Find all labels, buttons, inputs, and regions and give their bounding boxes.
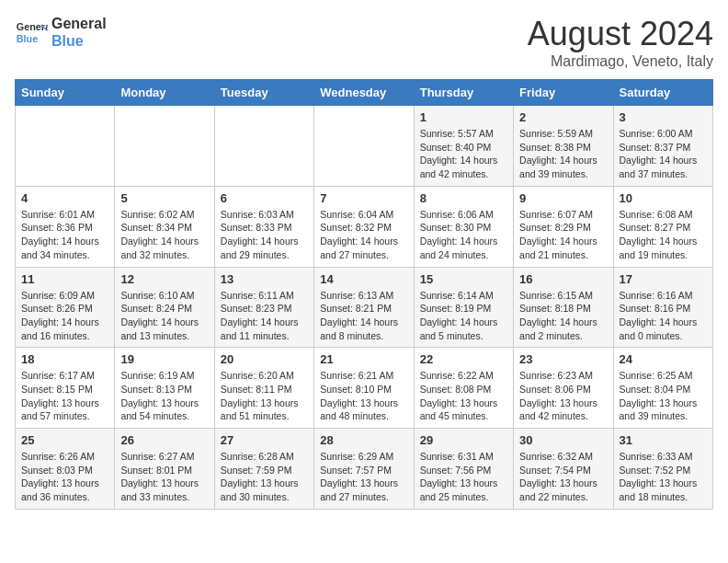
day-info: Sunrise: 5:57 AM Sunset: 8:40 PM Dayligh… (420, 127, 507, 181)
day-info: Sunrise: 6:04 AM Sunset: 8:32 PM Dayligh… (320, 208, 407, 262)
calendar-cell: 8Sunrise: 6:06 AM Sunset: 8:30 PM Daylig… (414, 186, 513, 267)
calendar-week-row: 25Sunrise: 6:26 AM Sunset: 8:03 PM Dayli… (16, 429, 713, 510)
day-info: Sunrise: 6:08 AM Sunset: 8:27 PM Dayligh… (620, 208, 707, 262)
calendar-cell: 11Sunrise: 6:09 AM Sunset: 8:26 PM Dayli… (16, 267, 115, 348)
calendar-cell: 31Sunrise: 6:33 AM Sunset: 7:52 PM Dayli… (613, 429, 712, 510)
day-header-saturday: Saturday (613, 80, 712, 106)
day-info: Sunrise: 6:33 AM Sunset: 7:52 PM Dayligh… (620, 450, 707, 504)
calendar-cell: 26Sunrise: 6:27 AM Sunset: 8:01 PM Dayli… (115, 429, 214, 510)
calendar-cell: 9Sunrise: 6:07 AM Sunset: 8:29 PM Daylig… (514, 186, 613, 267)
calendar-cell: 5Sunrise: 6:02 AM Sunset: 8:34 PM Daylig… (115, 186, 214, 267)
calendar-title: August 2024 (528, 15, 713, 53)
calendar-cell: 18Sunrise: 6:17 AM Sunset: 8:15 PM Dayli… (16, 348, 115, 429)
calendar-cell: 4Sunrise: 6:01 AM Sunset: 8:36 PM Daylig… (16, 186, 115, 267)
day-header-friday: Friday (514, 80, 613, 106)
calendar-cell: 10Sunrise: 6:08 AM Sunset: 8:27 PM Dayli… (613, 186, 712, 267)
day-info: Sunrise: 6:25 AM Sunset: 8:04 PM Dayligh… (620, 369, 707, 423)
day-number: 31 (620, 433, 707, 447)
calendar-cell: 13Sunrise: 6:11 AM Sunset: 8:23 PM Dayli… (214, 267, 313, 348)
day-number: 6 (221, 191, 308, 205)
day-header-tuesday: Tuesday (214, 80, 313, 106)
calendar-week-row: 11Sunrise: 6:09 AM Sunset: 8:26 PM Dayli… (16, 267, 713, 348)
day-info: Sunrise: 6:27 AM Sunset: 8:01 PM Dayligh… (120, 450, 208, 504)
day-number: 18 (21, 352, 108, 366)
calendar-week-row: 18Sunrise: 6:17 AM Sunset: 8:15 PM Dayli… (16, 348, 713, 429)
day-number: 7 (320, 191, 407, 205)
day-number: 13 (221, 272, 308, 286)
day-info: Sunrise: 6:29 AM Sunset: 7:57 PM Dayligh… (320, 450, 407, 504)
calendar-cell: 7Sunrise: 6:04 AM Sunset: 8:32 PM Daylig… (314, 186, 414, 267)
day-number: 9 (519, 191, 607, 205)
day-header-thursday: Thursday (414, 80, 513, 106)
day-number: 15 (420, 272, 507, 286)
day-number: 25 (21, 433, 108, 447)
day-number: 4 (21, 191, 108, 205)
day-number: 17 (620, 272, 707, 286)
day-info: Sunrise: 6:16 AM Sunset: 8:16 PM Dayligh… (620, 289, 707, 343)
day-info: Sunrise: 6:19 AM Sunset: 8:13 PM Dayligh… (120, 369, 208, 423)
day-info: Sunrise: 6:22 AM Sunset: 8:08 PM Dayligh… (420, 369, 507, 423)
logo-line1: General (51, 15, 107, 32)
logo-icon: General Blue (15, 16, 48, 49)
day-info: Sunrise: 6:06 AM Sunset: 8:30 PM Dayligh… (420, 208, 507, 262)
day-info: Sunrise: 6:10 AM Sunset: 8:24 PM Dayligh… (120, 289, 208, 343)
svg-text:Blue: Blue (17, 33, 38, 44)
calendar-cell: 15Sunrise: 6:14 AM Sunset: 8:19 PM Dayli… (414, 267, 513, 348)
title-block: August 2024 Mardimago, Veneto, Italy (528, 15, 713, 70)
calendar-cell: 27Sunrise: 6:28 AM Sunset: 7:59 PM Dayli… (214, 429, 313, 510)
calendar-cell: 24Sunrise: 6:25 AM Sunset: 8:04 PM Dayli… (613, 348, 712, 429)
day-info: Sunrise: 6:11 AM Sunset: 8:23 PM Dayligh… (221, 289, 308, 343)
calendar-cell (16, 106, 115, 187)
day-number: 8 (420, 191, 507, 205)
day-number: 30 (519, 433, 607, 447)
calendar-cell: 12Sunrise: 6:10 AM Sunset: 8:24 PM Dayli… (115, 267, 214, 348)
day-number: 12 (120, 272, 208, 286)
day-number: 10 (620, 191, 707, 205)
day-info: Sunrise: 6:14 AM Sunset: 8:19 PM Dayligh… (420, 289, 507, 343)
day-number: 1 (420, 110, 507, 124)
day-number: 14 (320, 272, 407, 286)
day-info: Sunrise: 6:02 AM Sunset: 8:34 PM Dayligh… (120, 208, 208, 262)
day-info: Sunrise: 6:00 AM Sunset: 8:37 PM Dayligh… (620, 127, 707, 181)
day-info: Sunrise: 6:21 AM Sunset: 8:10 PM Dayligh… (320, 369, 407, 423)
day-info: Sunrise: 6:07 AM Sunset: 8:29 PM Dayligh… (519, 208, 607, 262)
calendar-cell (314, 106, 414, 187)
day-info: Sunrise: 6:03 AM Sunset: 8:33 PM Dayligh… (221, 208, 308, 262)
day-number: 29 (420, 433, 507, 447)
calendar-cell: 6Sunrise: 6:03 AM Sunset: 8:33 PM Daylig… (214, 186, 313, 267)
calendar-subtitle: Mardimago, Veneto, Italy (528, 53, 713, 70)
page-header: General Blue General Blue August 2024 Ma… (15, 15, 713, 70)
calendar-cell: 29Sunrise: 6:31 AM Sunset: 7:56 PM Dayli… (414, 429, 513, 510)
day-info: Sunrise: 6:13 AM Sunset: 8:21 PM Dayligh… (320, 289, 407, 343)
calendar-week-row: 1Sunrise: 5:57 AM Sunset: 8:40 PM Daylig… (16, 106, 713, 187)
calendar-cell: 1Sunrise: 5:57 AM Sunset: 8:40 PM Daylig… (414, 106, 513, 187)
day-number: 3 (620, 110, 707, 124)
calendar-cell: 19Sunrise: 6:19 AM Sunset: 8:13 PM Dayli… (115, 348, 214, 429)
day-number: 26 (120, 433, 208, 447)
day-number: 28 (320, 433, 407, 447)
day-info: Sunrise: 6:17 AM Sunset: 8:15 PM Dayligh… (21, 369, 108, 423)
calendar-header-row: SundayMondayTuesdayWednesdayThursdayFrid… (16, 80, 713, 106)
logo-line2: Blue (51, 32, 107, 50)
logo: General Blue General Blue (15, 15, 107, 50)
day-number: 19 (120, 352, 208, 366)
calendar-cell: 14Sunrise: 6:13 AM Sunset: 8:21 PM Dayli… (314, 267, 414, 348)
day-number: 2 (519, 110, 607, 124)
calendar-cell: 28Sunrise: 6:29 AM Sunset: 7:57 PM Dayli… (314, 429, 414, 510)
calendar-cell: 17Sunrise: 6:16 AM Sunset: 8:16 PM Dayli… (613, 267, 712, 348)
day-info: Sunrise: 6:32 AM Sunset: 7:54 PM Dayligh… (519, 450, 607, 504)
day-info: Sunrise: 6:01 AM Sunset: 8:36 PM Dayligh… (21, 208, 108, 262)
day-header-sunday: Sunday (16, 80, 115, 106)
calendar-week-row: 4Sunrise: 6:01 AM Sunset: 8:36 PM Daylig… (16, 186, 713, 267)
day-number: 24 (620, 352, 707, 366)
day-number: 11 (21, 272, 108, 286)
day-number: 20 (221, 352, 308, 366)
day-number: 5 (120, 191, 208, 205)
calendar-table: SundayMondayTuesdayWednesdayThursdayFrid… (15, 79, 713, 510)
calendar-cell: 22Sunrise: 6:22 AM Sunset: 8:08 PM Dayli… (414, 348, 513, 429)
day-info: Sunrise: 6:23 AM Sunset: 8:06 PM Dayligh… (519, 369, 607, 423)
day-info: Sunrise: 6:20 AM Sunset: 8:11 PM Dayligh… (221, 369, 308, 423)
calendar-cell: 25Sunrise: 6:26 AM Sunset: 8:03 PM Dayli… (16, 429, 115, 510)
day-number: 16 (519, 272, 607, 286)
calendar-cell: 16Sunrise: 6:15 AM Sunset: 8:18 PM Dayli… (514, 267, 613, 348)
